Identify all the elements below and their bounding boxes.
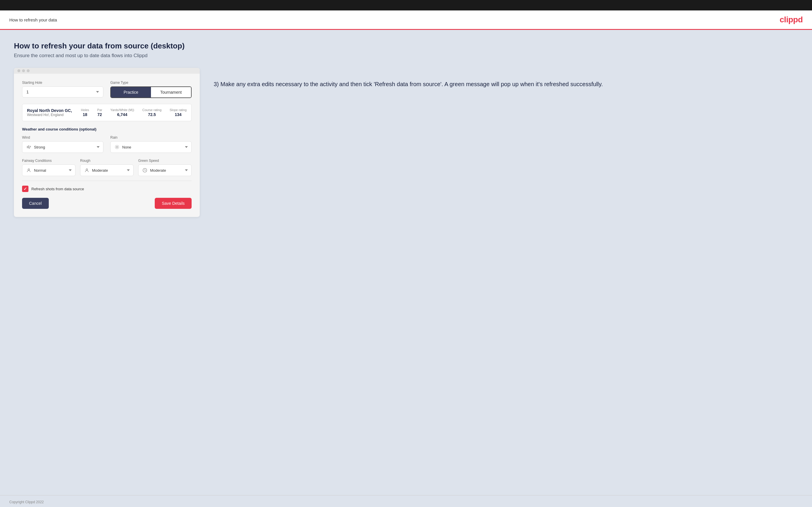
course-info: Royal North Devon GC, Westward Ho!, Engl… [27,108,72,117]
starting-hole-group: Starting Hole 1 [22,80,103,98]
tournament-button[interactable]: Tournament [151,87,191,98]
form-panel: Starting Hole 1 Game Type Practice Tourn… [14,68,200,217]
checkmark-icon: ✓ [23,186,27,191]
rough-chevron [127,169,130,171]
wind-select[interactable]: Strong [22,141,103,153]
svg-line-4 [118,148,118,149]
stat-course-rating: Course rating 72.5 [142,108,161,117]
par-value: 72 [97,112,102,117]
side-text: 3) Make any extra edits necessary to the… [214,79,798,89]
svg-point-0 [116,146,118,148]
svg-line-3 [115,146,116,146]
svg-point-9 [28,169,29,170]
fairway-value: Normal [34,168,64,173]
rough-label: Rough [80,159,134,163]
holes-label: Holes [81,108,89,112]
refresh-checkbox[interactable]: ✓ [22,186,29,192]
cancel-button[interactable]: Cancel [22,198,49,209]
green-speed-label: Green Speed [138,159,192,163]
rough-icon [84,167,90,173]
breadcrumb: How to refresh your data [9,17,57,22]
rough-value: Moderate [92,168,122,173]
form-top-bar [14,68,200,74]
fairway-icon [26,167,32,173]
wind-label: Wind [22,135,103,139]
fairway-select[interactable]: Normal [22,164,75,176]
rain-chevron [185,146,188,148]
rain-select[interactable]: None [110,141,192,153]
dot2 [22,69,25,72]
stat-yards: Yards/White (M)) 6,744 [110,108,134,117]
copyright: Copyright Clippd 2022 [9,500,44,504]
par-label: Par [97,108,102,112]
wind-group: Wind Strong [22,135,103,153]
starting-hole-select[interactable]: 1 [22,87,103,98]
conditions-grid: Fairway Conditions Normal Rough [22,159,192,176]
header: How to refresh your data clippd [0,10,812,30]
green-speed-select[interactable]: Moderate [138,164,192,176]
conditions-section-title: Weather and course conditions (optional) [22,127,192,131]
stat-holes: Holes 18 [81,108,89,117]
wind-value: Strong [34,145,92,149]
green-speed-icon [142,167,148,173]
course-rating-value: 72.5 [142,112,161,117]
yards-label: Yards/White (M)) [110,108,134,112]
starting-hole-label: Starting Hole [22,80,103,85]
course-name: Royal North Devon GC, [27,108,72,113]
svg-line-7 [115,148,116,149]
refresh-checkbox-label: Refresh shots from data source [31,187,84,191]
course-rating-label: Course rating [142,108,161,112]
holes-value: 18 [81,112,89,117]
dot3 [27,69,30,72]
rough-select[interactable]: Moderate [80,164,134,176]
fairway-group: Fairway Conditions Normal [22,159,75,176]
wind-rain-row: Wind Strong Rain [22,135,192,153]
rough-group: Rough Moderate [80,159,134,176]
green-speed-group: Green Speed Moderate [138,159,192,176]
content-area: Starting Hole 1 Game Type Practice Tourn… [14,68,798,217]
stat-slope-rating: Slope rating 134 [169,108,187,117]
footer: Copyright Clippd 2022 [0,495,812,507]
main-content: How to refresh your data from source (de… [0,30,812,495]
fairway-label: Fairway Conditions [22,159,75,163]
yards-value: 6,744 [110,112,134,117]
svg-line-8 [118,146,118,146]
divider [22,181,192,181]
svg-point-10 [86,169,87,170]
starting-hole-value: 1 [27,90,29,94]
rain-icon [114,144,120,150]
starting-hole-chevron [96,91,99,93]
wind-icon [26,144,32,150]
form-actions: Cancel Save Details [22,198,192,209]
practice-button[interactable]: Practice [111,87,151,98]
top-form-row: Starting Hole 1 Game Type Practice Tourn… [22,80,192,98]
page-heading: How to refresh your data from source (de… [14,42,798,51]
course-stats: Holes 18 Par 72 Yards/White (M)) 6,744 [81,108,187,117]
dot1 [17,69,20,72]
slope-rating-label: Slope rating [169,108,187,112]
green-speed-value: Moderate [150,168,180,173]
form-inner: Starting Hole 1 Game Type Practice Tourn… [14,74,200,217]
rain-value: None [122,145,180,149]
rain-label: Rain [110,135,192,139]
logo: clippd [780,15,803,24]
green-speed-chevron [185,169,188,171]
wind-chevron [97,146,100,148]
fairway-chevron [69,169,72,171]
slope-rating-value: 134 [169,112,187,117]
rain-group: Rain None [110,135,192,153]
game-type-group: Game Type Practice Tournament [110,80,192,98]
page-subheading: Ensure the correct and most up to date d… [14,53,798,59]
game-type-buttons: Practice Tournament [110,87,192,98]
refresh-checkbox-row[interactable]: ✓ Refresh shots from data source [22,186,192,192]
side-description: 3) Make any extra edits necessary to the… [214,68,798,89]
stat-par: Par 72 [97,108,102,117]
course-location: Westward Ho!, England [27,113,72,117]
save-details-button[interactable]: Save Details [155,198,192,209]
course-card: Royal North Devon GC, Westward Ho!, Engl… [22,104,192,121]
game-type-label: Game Type [110,80,192,85]
